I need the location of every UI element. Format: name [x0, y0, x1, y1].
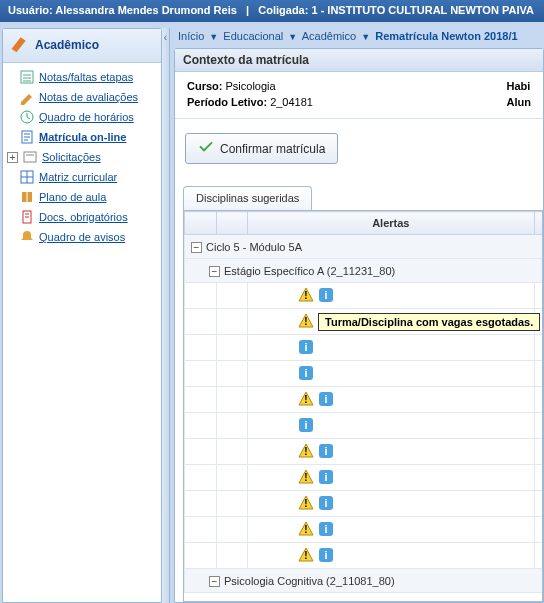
confirm-button[interactable]: Confirmar matrícula	[185, 133, 338, 164]
sidebar-item-1[interactable]: Notas de avaliações	[5, 87, 159, 107]
form-icon	[19, 129, 35, 145]
sidebar-collapse-handle[interactable]: ‹	[162, 28, 170, 603]
svg-text:!: !	[304, 316, 307, 327]
bell-icon	[19, 229, 35, 245]
warning-icon[interactable]: !	[298, 521, 314, 539]
sidebar-item-0[interactable]: Notas/faltas etapas	[5, 67, 159, 87]
academic-icon	[9, 34, 29, 56]
table-row: iPSIC.9N3	[185, 413, 544, 439]
sidebar-item-label[interactable]: Matrícula on-line	[39, 131, 126, 143]
sidebar-item-5[interactable]: Matriz curricular	[5, 167, 159, 187]
top-bar: Usuário: Alessandra Mendes Drumond Reis …	[0, 0, 544, 22]
svg-text:!: !	[304, 472, 307, 483]
alerts-cell: !i	[248, 439, 535, 465]
info-icon[interactable]: i	[318, 469, 334, 487]
alerts-cell: !i	[248, 387, 535, 413]
table-row: iPSIC.9M5	[185, 361, 544, 387]
crumb-educacional[interactable]: Educacional	[223, 30, 283, 42]
info-icon[interactable]: i	[298, 339, 314, 357]
curso-value: Psicologia	[226, 80, 276, 92]
sidebar-item-label[interactable]: Quadro de avisos	[39, 231, 125, 243]
info-icon[interactable]: i	[318, 547, 334, 565]
table-row: !iPSIC.9N8	[185, 543, 544, 569]
svg-text:i: i	[305, 367, 308, 379]
table-row: !Turma/Disciplina com vagas esgotadas.PS…	[185, 309, 544, 335]
info-icon[interactable]: i	[298, 417, 314, 435]
sidebar-item-label[interactable]: Plano de aula	[39, 191, 106, 203]
panel-title: Contexto da matrícula	[175, 49, 543, 72]
warning-icon[interactable]: !	[298, 287, 314, 305]
group-toggle[interactable]: −	[209, 576, 220, 587]
svg-text:i: i	[325, 471, 328, 483]
tab-suggested[interactable]: Disciplinas sugeridas	[183, 186, 312, 210]
info-icon[interactable]: i	[318, 287, 334, 305]
svg-text:i: i	[325, 549, 328, 561]
svg-text:!: !	[304, 290, 307, 301]
check-icon	[198, 139, 214, 158]
alerts-cell: !i	[248, 491, 535, 517]
periodo-value: 2_04181	[270, 96, 313, 108]
sidebar-item-3[interactable]: Matrícula on-line	[5, 127, 159, 147]
crumb-academico[interactable]: Acadêmico	[302, 30, 356, 42]
alerts-cell: !i	[248, 543, 535, 569]
chevron-down-icon: ▼	[359, 32, 372, 42]
group-toggle[interactable]: −	[209, 266, 220, 277]
sidebar-item-8[interactable]: Quadro de avisos	[5, 227, 159, 247]
sidebar-item-label[interactable]: Notas/faltas etapas	[39, 71, 133, 83]
alerts-cell: !i	[248, 517, 535, 543]
warning-icon[interactable]: !	[298, 469, 314, 487]
warning-icon[interactable]: !	[298, 443, 314, 461]
svg-text:i: i	[325, 393, 328, 405]
info-icon[interactable]: i	[318, 443, 334, 461]
svg-text:i: i	[305, 419, 308, 431]
book-icon	[19, 189, 35, 205]
table-row: !iPSIC.9N2	[185, 387, 544, 413]
warning-icon[interactable]: !	[298, 547, 314, 565]
habi-label: Habi	[507, 80, 531, 92]
breadcrumb: Início ▼ Educacional ▼ Acadêmico ▼ Remat…	[174, 26, 544, 48]
sidebar-item-label[interactable]: Solicitações	[42, 151, 101, 163]
warning-icon[interactable]: !	[298, 495, 314, 513]
sidebar-item-6[interactable]: Plano de aula	[5, 187, 159, 207]
pencil-icon	[19, 89, 35, 105]
sidebar-header: Acadêmico	[3, 29, 161, 63]
info-icon[interactable]: i	[318, 391, 334, 409]
alerts-cell: i	[248, 361, 535, 387]
table-row: iPSIC.9M4	[185, 335, 544, 361]
col-alertas[interactable]: Alertas	[248, 212, 535, 235]
svg-text:!: !	[304, 550, 307, 561]
col-selecione[interactable]: Selecione	[534, 212, 543, 235]
sidebar-item-label[interactable]: Quadro de horários	[39, 111, 134, 123]
sidebar-title: Acadêmico	[35, 38, 99, 52]
chevron-down-icon: ▼	[207, 32, 220, 42]
user-name: Alessandra Mendes Drumond Reis	[55, 4, 237, 16]
warning-icon[interactable]: !	[298, 313, 314, 331]
sidebar-item-label[interactable]: Matriz curricular	[39, 171, 117, 183]
svg-text:!: !	[304, 394, 307, 405]
doc-icon	[19, 209, 35, 225]
warning-icon[interactable]: !	[298, 391, 314, 409]
svg-text:i: i	[325, 289, 328, 301]
sidebar-item-label[interactable]: Docs. obrigatórios	[39, 211, 128, 223]
table-row: !iPSIC.9N4	[185, 439, 544, 465]
svg-text:i: i	[325, 445, 328, 457]
svg-text:!: !	[304, 524, 307, 535]
sidebar-item-label[interactable]: Notas de avaliações	[39, 91, 138, 103]
alerts-cell: !i	[248, 465, 535, 491]
crumb-active[interactable]: Rematrícula Newton 2018/1	[375, 30, 517, 42]
periodo-label: Período Letivo:	[187, 96, 267, 108]
info-icon[interactable]: i	[318, 521, 334, 539]
sidebar-item-2[interactable]: Quadro de horários	[5, 107, 159, 127]
context-info: Curso: Psicologia Período Letivo: 2_0418…	[175, 72, 543, 119]
sidebar-item-4[interactable]: +Solicitações	[5, 147, 159, 167]
crumb-inicio[interactable]: Início	[178, 30, 204, 42]
info-icon[interactable]: i	[318, 495, 334, 513]
request-icon	[22, 149, 38, 165]
svg-rect-3	[24, 152, 36, 162]
info-icon[interactable]: i	[298, 365, 314, 383]
expand-icon[interactable]: +	[7, 152, 18, 163]
group-toggle[interactable]: −	[191, 242, 202, 253]
svg-text:!: !	[304, 446, 307, 457]
coligada-value: 1 - INSTITUTO CULTURAL NEWTON PAIVA	[311, 4, 533, 16]
sidebar-item-7[interactable]: Docs. obrigatórios	[5, 207, 159, 227]
